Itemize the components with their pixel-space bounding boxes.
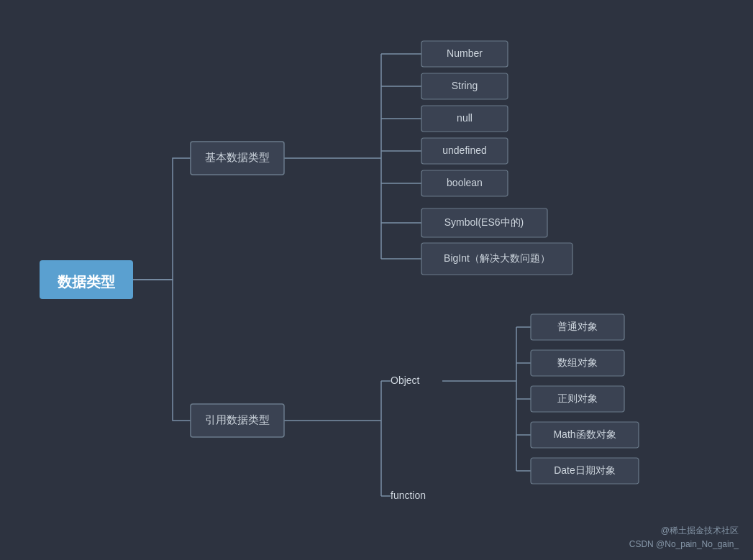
boolean-label: boolean (447, 177, 483, 188)
normal-obj-label: 普通对象 (557, 321, 598, 332)
watermark-line2: CSDN @No_pain_No_gain_ (629, 538, 739, 551)
diagram-container: 数据类型 基本数据类型 引用数据类型 Number String null un… (0, 0, 753, 560)
root-label: 数据类型 (57, 274, 116, 290)
date-obj-label: Date日期对象 (554, 464, 616, 476)
watermark: @稀土掘金技术社区 CSDN @No_pain_No_gain_ (629, 524, 739, 551)
reference-node-label: 引用数据类型 (205, 413, 270, 426)
number-label: Number (447, 47, 483, 59)
array-obj-label: 数组对象 (557, 357, 598, 368)
string-label: String (452, 80, 478, 91)
math-obj-label: Math函数对象 (553, 428, 616, 440)
bigint-label: BigInt（解决大数问题） (444, 252, 550, 264)
watermark-line1: @稀土掘金技术社区 (629, 524, 739, 538)
undefined-label: undefined (442, 144, 487, 156)
symbol-label: Symbol(ES6中的) (444, 216, 524, 228)
null-label: null (457, 112, 473, 124)
basic-node-label: 基本数据类型 (205, 151, 270, 163)
regex-obj-label: 正则对象 (557, 393, 598, 404)
function-label: function (391, 490, 426, 501)
object-label: Object (391, 375, 420, 386)
